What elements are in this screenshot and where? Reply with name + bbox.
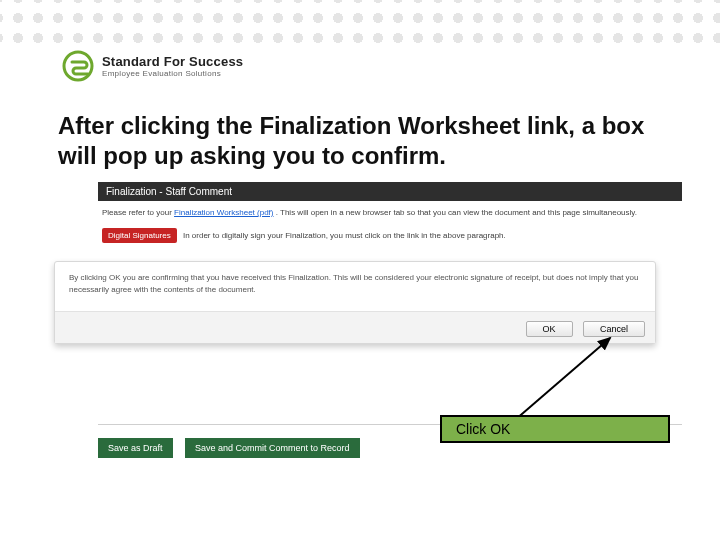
confirm-modal: By clicking OK you are confirming that y…: [54, 261, 656, 343]
panel-header: Finalization - Staff Comment: [98, 182, 682, 201]
refer-suffix: . This will open in a new browser tab so…: [276, 208, 637, 217]
save-commit-button[interactable]: Save and Commit Comment to Record: [185, 438, 360, 458]
digital-signatures-text: In order to digitally sign your Finaliza…: [183, 231, 506, 240]
callout-text: Click OK: [456, 421, 510, 437]
save-draft-button[interactable]: Save as Draft: [98, 438, 173, 458]
brand-mark-icon: [62, 50, 94, 82]
confirm-modal-message: By clicking OK you are confirming that y…: [55, 262, 655, 310]
callout-box: Click OK: [440, 415, 670, 443]
cancel-button[interactable]: Cancel: [583, 321, 645, 337]
brand-name: Standard For Success: [102, 54, 243, 69]
header-dots: [0, 0, 720, 52]
refer-prefix: Please refer to your: [102, 208, 174, 217]
brand-tagline: Employee Evaluation Solutions: [102, 69, 243, 78]
finalization-worksheet-link[interactable]: Finalization Worksheet (pdf): [174, 208, 273, 217]
panel-body: Please refer to your Finalization Worksh…: [98, 201, 682, 243]
digital-signatures-badge: Digital Signatures: [102, 228, 177, 243]
confirm-modal-buttons: OK Cancel: [55, 311, 655, 343]
slide-title: After clicking the Finalization Workshee…: [58, 111, 648, 171]
brand-logo-block: Standard For Success Employee Evaluation…: [62, 50, 243, 82]
ok-button[interactable]: OK: [526, 321, 573, 337]
